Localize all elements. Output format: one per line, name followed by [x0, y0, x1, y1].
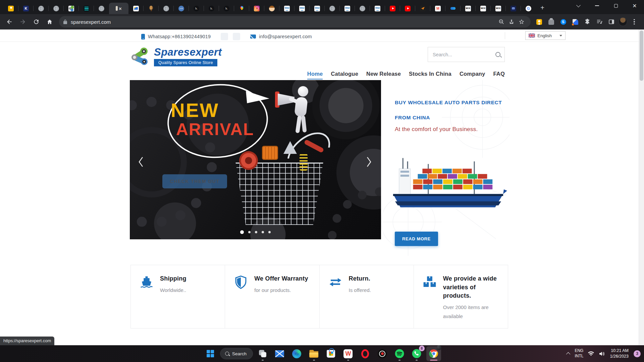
zoom-icon[interactable]: [496, 17, 506, 27]
taskbar-recorder[interactable]: [375, 346, 390, 361]
tab-hdot[interactable]: h.: [219, 3, 234, 14]
tray-chevron-icon[interactable]: [566, 352, 571, 356]
tab-balloon[interactable]: [144, 3, 159, 14]
extension-shazam-icon[interactable]: S: [558, 17, 568, 27]
tab-sparesexpert[interactable]: [64, 3, 79, 14]
tab-walmart[interactable]: Wal: [340, 3, 355, 14]
taskbar-file-explorer[interactable]: [307, 346, 321, 361]
tab-grid-app[interactable]: [79, 3, 94, 14]
carousel-dot-3[interactable]: [255, 231, 257, 233]
carousel-prev-icon[interactable]: [136, 155, 146, 169]
close-button[interactable]: ✕: [625, 0, 644, 11]
side-panel-icon[interactable]: [606, 17, 616, 27]
home-button[interactable]: [44, 16, 56, 28]
tab-globe[interactable]: [49, 3, 64, 14]
taskbar-chrome[interactable]: [426, 346, 441, 361]
taskbar-wps-office[interactable]: W: [341, 346, 356, 361]
carousel-dot-1[interactable]: [240, 230, 244, 234]
tab-walmart[interactable]: Wal: [370, 3, 385, 14]
check-them-out-button[interactable]: CHECK THEM OUT: [162, 174, 227, 188]
tab-wix[interactable]: WIX: [461, 3, 476, 14]
tab-youtube[interactable]: [400, 3, 415, 14]
browser-menu-icon[interactable]: [629, 17, 639, 27]
back-button[interactable]: [3, 16, 15, 28]
taskbar-mail[interactable]: [272, 346, 287, 361]
active-tab[interactable]: ×: [109, 3, 128, 14]
tab-google-maps[interactable]: [234, 3, 249, 14]
input-language[interactable]: ENG INTL: [575, 348, 583, 359]
tab-search-chevron-icon[interactable]: [569, 0, 588, 11]
extensions-puzzle-icon[interactable]: [582, 17, 592, 27]
maximize-button[interactable]: [606, 0, 625, 11]
extension-keep-icon[interactable]: [534, 17, 544, 27]
tab-wix[interactable]: WIX: [491, 3, 506, 14]
search-icon[interactable]: [495, 52, 500, 57]
taskbar-whatsapp[interactable]: 8: [409, 346, 424, 361]
page-scrollbar[interactable]: [639, 29, 644, 345]
wifi-icon[interactable]: [588, 351, 594, 356]
tab-instagram[interactable]: [249, 3, 264, 14]
carousel-dot-2[interactable]: [248, 231, 251, 233]
clock[interactable]: 10:21 AM 1/26/2023: [610, 348, 629, 359]
tab-night-app[interactable]: [506, 3, 521, 14]
reload-button[interactable]: [30, 16, 42, 28]
taskbar-opera[interactable]: [358, 346, 373, 361]
tab-send-arrow[interactable]: [415, 3, 430, 14]
nav-faq[interactable]: FAQ: [493, 71, 505, 79]
tab-globe[interactable]: [94, 3, 109, 14]
nav-new-release[interactable]: New Release: [366, 71, 401, 79]
tab-onedrive[interactable]: [445, 3, 461, 14]
social-icon-1[interactable]: [221, 33, 228, 40]
read-more-button[interactable]: READ MORE: [395, 232, 438, 246]
tab-globe[interactable]: [159, 3, 174, 14]
minimize-button[interactable]: [588, 0, 606, 11]
tab-close-icon[interactable]: ×: [119, 6, 122, 11]
tab-walmart[interactable]: Wal: [279, 3, 294, 14]
taskbar-microsoft-store[interactable]: [324, 346, 338, 361]
profile-avatar[interactable]: [619, 17, 627, 26]
tab-keep[interactable]: [3, 3, 18, 14]
email-address[interactable]: info@sparesexpert.com: [259, 34, 312, 39]
taskbar-spotify[interactable]: [392, 346, 407, 361]
media-queue-icon[interactable]: [594, 17, 604, 27]
social-icon-2[interactable]: [233, 33, 240, 40]
taskbar-edge[interactable]: [289, 346, 304, 361]
carousel-dot-4[interactable]: [262, 231, 264, 233]
tab-hdot[interactable]: h.: [189, 3, 204, 14]
nav-home[interactable]: Home: [307, 71, 323, 79]
tab-avatar-face[interactable]: [264, 3, 279, 14]
taskbar-search[interactable]: Search: [220, 348, 253, 359]
share-icon[interactable]: [506, 17, 517, 27]
notification-badge[interactable]: 3: [634, 350, 641, 357]
tab-google[interactable]: G: [521, 3, 536, 14]
forward-button[interactable]: [17, 16, 29, 28]
tab-globe[interactable]: [34, 3, 49, 14]
address-bar[interactable]: sparesexpert.com: [59, 16, 531, 27]
nav-stocks-in-china[interactable]: Stocks In China: [409, 71, 451, 79]
tab-walmart[interactable]: Wal: [310, 3, 325, 14]
search-input[interactable]: [433, 52, 495, 57]
tab-walmart[interactable]: Wal: [294, 3, 310, 14]
bookmark-star-icon[interactable]: [517, 17, 527, 27]
extension-gray-icon[interactable]: [546, 17, 556, 27]
tab-globe[interactable]: [325, 3, 340, 14]
tab-kanopy[interactable]: K: [18, 3, 34, 14]
tab-hdot[interactable]: h.: [204, 3, 219, 14]
tab-youtube[interactable]: [385, 3, 400, 14]
site-logo[interactable]: Sparesexpert Quality Spares Online Store: [128, 46, 222, 67]
carousel-next-icon[interactable]: [364, 155, 374, 169]
scrollbar-thumb[interactable]: [640, 31, 643, 81]
tab-gmail[interactable]: M: [430, 3, 445, 14]
tab-mail-app[interactable]: [128, 3, 144, 14]
taskbar-task-view[interactable]: [255, 346, 270, 361]
taskbar-start-button[interactable]: [203, 346, 218, 361]
new-tab-button[interactable]: +: [537, 3, 547, 13]
whatsapp-number[interactable]: Whatsapp:+8613902449019: [148, 34, 211, 39]
tab-ccb[interactable]: ccb: [174, 3, 189, 14]
tab-wix[interactable]: WIX: [476, 3, 491, 14]
language-selector[interactable]: English: [525, 31, 566, 40]
nav-company[interactable]: Company: [460, 71, 485, 79]
tab-globe[interactable]: [355, 3, 370, 14]
volume-icon[interactable]: [599, 351, 605, 356]
nav-catalogue[interactable]: Catalogue: [331, 71, 358, 79]
